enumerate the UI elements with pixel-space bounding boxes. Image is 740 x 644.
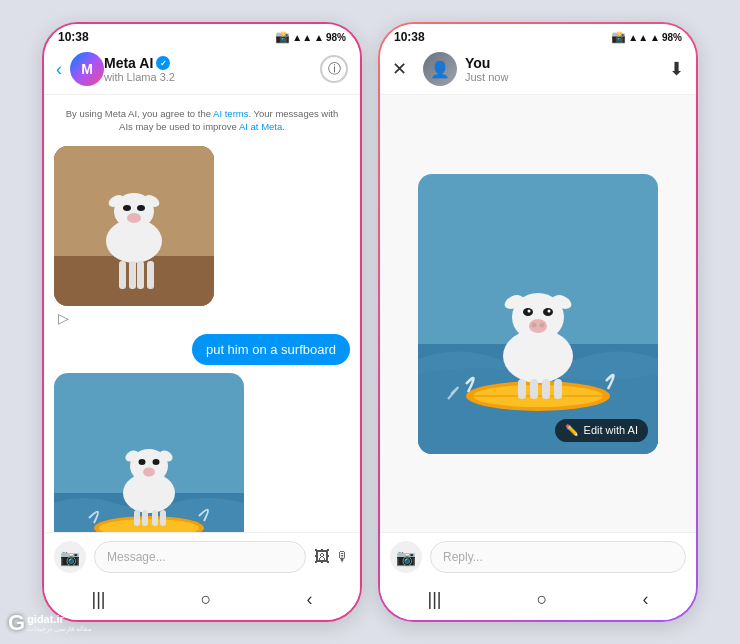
right-camera-button[interactable]: 📷 [390, 541, 422, 573]
watermark-site: gidat.ir [27, 613, 92, 625]
right-phone: 10:38 📸 ▲▲ ▲ 98% ✕ 👤 You Just now ⬇ [378, 22, 698, 622]
right-nav-recent-apps[interactable]: ||| [428, 589, 442, 610]
right-nav-home[interactable]: ○ [537, 589, 548, 610]
svg-rect-12 [147, 261, 154, 289]
svg-rect-11 [137, 261, 144, 289]
right-nav-bar: ||| ○ ‹ [380, 581, 696, 620]
left-status-icons: 📸 ▲▲ ▲ 98% [275, 30, 346, 44]
header-info: Meta AI ✓ with Llama 3.2 [104, 55, 320, 83]
svg-rect-10 [129, 261, 136, 289]
watermark-label: مقاله فارسی درجیدات [27, 625, 92, 633]
right-status-bar: 10:38 📸 ▲▲ ▲ 98% [380, 24, 696, 46]
edit-label: Edit with AI [584, 424, 638, 436]
left-chat-body[interactable]: By using Meta AI, you agree to the AI te… [44, 95, 360, 532]
reply-placeholder: Reply... [443, 550, 483, 564]
left-input-bar: 📷 Message... 🖼 🎙 [44, 532, 360, 581]
reply-input[interactable]: Reply... [430, 541, 686, 573]
svg-point-22 [153, 459, 160, 465]
right-status-icons: 📸 ▲▲ ▲ 98% [611, 30, 682, 44]
large-goat-image[interactable]: ✏️ Edit with AI [418, 174, 658, 454]
svg-point-43 [540, 322, 545, 327]
you-avatar: 👤 [423, 52, 457, 86]
edit-icon: ✏️ [565, 424, 579, 437]
wifi-icon: ▲ [314, 32, 324, 43]
header-sub: with Llama 3.2 [104, 71, 320, 83]
back-button[interactable]: ‹ [56, 59, 62, 80]
left-time: 10:38 [58, 30, 89, 44]
input-icons: 🖼 🎙 [314, 548, 350, 566]
edit-with-ai-overlay[interactable]: ✏️ Edit with AI [555, 419, 648, 442]
watermark-g: G [8, 610, 25, 636]
svg-point-21 [139, 459, 146, 465]
svg-point-42 [532, 322, 537, 327]
download-button[interactable]: ⬇ [669, 58, 684, 80]
ai-image-message: ▷ [54, 146, 350, 326]
right-header-info: You Just now [465, 55, 669, 83]
instagram-icon: 📸 [275, 30, 290, 44]
meta-ai-avatar: M [70, 52, 104, 86]
ai-surfing-image: ▷ [54, 373, 350, 532]
close-button[interactable]: ✕ [392, 58, 407, 80]
message-input[interactable]: Message... [94, 541, 306, 573]
info-button[interactable]: ⓘ [320, 55, 348, 83]
verified-badge: ✓ [156, 56, 170, 70]
right-header-sub: Just now [465, 71, 669, 83]
nav-back[interactable]: ‹ [306, 589, 312, 610]
right-input-bar: 📷 Reply... [380, 532, 696, 581]
svg-point-39 [528, 309, 531, 312]
svg-point-7 [137, 205, 145, 211]
signal-icon: ▲▲ [292, 32, 312, 43]
gallery-icon[interactable]: 🖼 [314, 548, 330, 566]
svg-rect-26 [152, 510, 158, 526]
disclaimer-text: By using Meta AI, you agree to the AI te… [54, 103, 350, 138]
right-header-name: You [465, 55, 669, 71]
right-time: 10:38 [394, 30, 425, 44]
svg-rect-46 [542, 379, 550, 399]
nav-home[interactable]: ○ [201, 589, 212, 610]
instagram-icon-r: 📸 [611, 30, 626, 44]
goat-surfing-image[interactable] [54, 373, 244, 532]
svg-rect-45 [530, 379, 538, 399]
svg-rect-9 [119, 261, 126, 289]
signal-icon-r: ▲▲ [628, 32, 648, 43]
wifi-icon-r: ▲ [650, 32, 660, 43]
svg-rect-27 [160, 510, 166, 526]
svg-point-6 [123, 205, 131, 211]
svg-point-40 [548, 309, 551, 312]
right-chat-body: ✏️ Edit with AI [380, 95, 696, 532]
left-phone: 10:38 📸 ▲▲ ▲ 98% ‹ M Meta AI ✓ with Llam… [42, 22, 362, 622]
nav-recent-apps[interactable]: ||| [92, 589, 106, 610]
header-name: Meta AI ✓ [104, 55, 320, 71]
site-watermark: G gidat.ir مقاله فارسی درجیدات [8, 610, 92, 636]
svg-rect-24 [134, 510, 140, 526]
left-status-bar: 10:38 📸 ▲▲ ▲ 98% [44, 24, 360, 46]
right-camera-icon: 📷 [396, 548, 416, 567]
right-chat-header: ✕ 👤 You Just now ⬇ [380, 46, 696, 95]
svg-rect-44 [518, 379, 526, 399]
surfboard-bubble: put him on a surfboard [192, 334, 350, 365]
battery-icon-r: 98% [662, 32, 682, 43]
svg-rect-25 [142, 510, 148, 526]
audio-icon[interactable]: 🎙 [336, 549, 350, 565]
svg-point-8 [127, 213, 141, 223]
svg-rect-47 [554, 379, 562, 399]
message-placeholder: Message... [107, 550, 166, 564]
left-chat-header: ‹ M Meta AI ✓ with Llama 3.2 ⓘ [44, 46, 360, 95]
camera-button[interactable]: 📷 [54, 541, 86, 573]
goat-standing-image[interactable] [54, 146, 214, 306]
battery-icon: 98% [326, 32, 346, 43]
send-arrow-1: ▷ [58, 310, 69, 326]
svg-point-23 [143, 467, 155, 476]
svg-point-41 [529, 319, 547, 333]
user-bubble-message: put him on a surfboard [54, 334, 350, 365]
screenshot-container: 10:38 📸 ▲▲ ▲ 98% ‹ M Meta AI ✓ with Llam… [0, 0, 740, 644]
camera-icon: 📷 [60, 548, 80, 567]
right-nav-back[interactable]: ‹ [642, 589, 648, 610]
